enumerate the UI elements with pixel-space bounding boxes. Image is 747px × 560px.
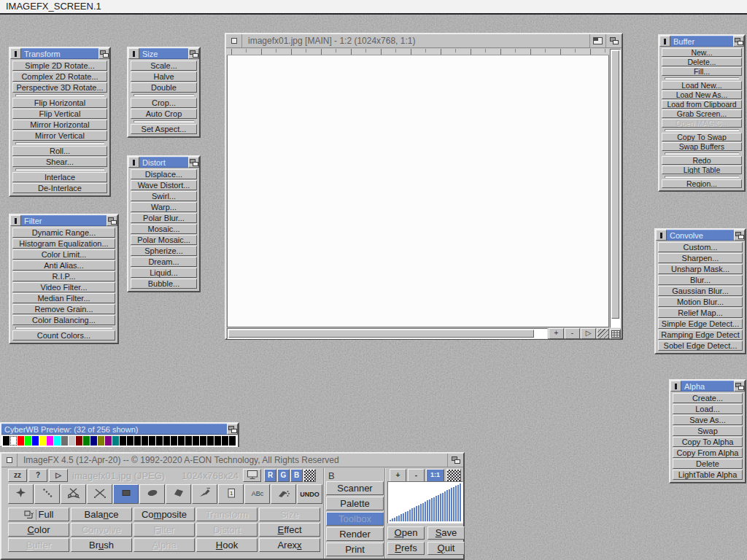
color-swatch[interactable]	[120, 436, 126, 446]
vertical-scrollbar-knob[interactable]	[611, 50, 619, 319]
box-select-tool-button[interactable]	[113, 484, 139, 504]
close-gadget[interactable]	[128, 157, 139, 168]
palette-button-load-from-clipboard[interactable]: Load from Clipboard	[662, 100, 742, 109]
color-swatch[interactable]	[83, 436, 90, 446]
palette-button-simple-edge-detect[interactable]: Simple Edge Detect...	[658, 319, 743, 329]
close-gadget[interactable]	[659, 36, 670, 47]
palette-button-sharpen[interactable]: Sharpen...	[658, 253, 743, 263]
grid-button-composite[interactable]: Composite	[133, 508, 195, 521]
color-swatch[interactable]	[18, 436, 24, 446]
palette-button-custom[interactable]: Custom...	[658, 242, 743, 252]
page-button-print[interactable]: Print	[326, 542, 384, 556]
play-button[interactable]: ▷	[49, 469, 68, 482]
airbrush-tool-button[interactable]	[271, 484, 296, 504]
palette-button-set-aspect[interactable]: Set Aspect...	[131, 124, 197, 134]
color-swatch[interactable]	[98, 436, 104, 446]
grid-button-balance[interactable]: Balance	[71, 508, 132, 521]
color-swatch[interactable]	[178, 436, 185, 446]
close-gadget[interactable]	[10, 48, 21, 59]
palette-button-spherize[interactable]: Spherize...	[131, 246, 197, 256]
grid-button-effect[interactable]: Effect	[259, 523, 320, 537]
color-swatch[interactable]	[214, 436, 221, 446]
palette-titlebar[interactable]: CyberWB Preview: (32 of 256 shown)	[1, 424, 238, 435]
palette-button-ramping-edge-detect[interactable]: Ramping Edge Detect	[658, 330, 743, 340]
color-swatch[interactable]	[61, 436, 68, 446]
palette-button-mirror-horizontal[interactable]: Mirror Horizontal	[12, 120, 107, 130]
window-titlebar[interactable]: imagefx01.jpg [MAIN] - 1:2 (1024x768, 1:…	[226, 34, 622, 48]
close-gadget[interactable]	[10, 215, 21, 226]
palette-button-wave-distort[interactable]: Wave Distort...	[131, 180, 197, 190]
palette-button-new[interactable]: New...	[662, 48, 742, 57]
depth-gadget[interactable]	[733, 36, 744, 47]
palette-button-motion-blur[interactable]: Motion Blur...	[658, 297, 743, 307]
palette-button-fill[interactable]: Fill...	[662, 67, 742, 76]
color-swatch[interactable]	[3, 436, 9, 446]
palette-button-count-colors[interactable]: Count Colors...	[12, 330, 115, 341]
palette-button-r-i-p[interactable]: R.I.P...	[12, 271, 115, 281]
palette-button-grab-screen[interactable]: Grab Screen...	[662, 109, 742, 118]
palette-button-light-table[interactable]: Light Table	[662, 166, 742, 174]
palette-button-video-filter[interactable]: Video Filter...	[12, 282, 115, 292]
color-swatch[interactable]	[10, 436, 17, 446]
palette-titlebar[interactable]: Buffer	[659, 36, 744, 47]
palette-titlebar[interactable]: Alpha	[670, 381, 745, 392]
palette-button-mosaic[interactable]: Mosaic...	[131, 224, 197, 234]
depth-gadget[interactable]	[734, 381, 745, 392]
color-swatch[interactable]	[25, 436, 31, 446]
palette-button-redo[interactable]: Redo	[662, 156, 742, 165]
zoom-gadget[interactable]	[589, 34, 605, 47]
page-button-palette[interactable]: Palette	[326, 497, 384, 510]
palette-button-swirl[interactable]: Swirl...	[131, 191, 197, 201]
palette-button-histogram-equalization[interactable]: Histogram Equalization...	[12, 238, 115, 249]
move-tool-button[interactable]	[8, 484, 34, 504]
palette-button-copy-from-alpha[interactable]: Copy From Alpha	[673, 448, 743, 458]
color-swatch[interactable]	[156, 436, 163, 446]
next-buffer-button[interactable]: ▷	[581, 328, 596, 339]
grid-button-hook[interactable]: Hook	[196, 538, 258, 552]
palette-button-load[interactable]: Load...	[673, 404, 743, 414]
palette-button-halve[interactable]: Halve	[131, 71, 197, 82]
palette-button-mirror-vertical[interactable]: Mirror Vertical	[12, 131, 107, 141]
oval-select-tool-button[interactable]	[139, 484, 165, 504]
depth-gadget[interactable]	[98, 48, 109, 59]
color-swatch[interactable]	[54, 436, 61, 446]
depth-gadget[interactable]	[107, 215, 117, 226]
close-gadget[interactable]	[226, 34, 242, 47]
screen-mode-button[interactable]	[243, 469, 261, 482]
sleep-button[interactable]: zz	[8, 469, 27, 482]
depth-gadget[interactable]	[447, 454, 463, 467]
color-swatch[interactable]	[90, 436, 97, 446]
text-tool-button[interactable]: ABc	[244, 484, 270, 504]
palette-button-color-limit[interactable]: Color Limit...	[12, 249, 115, 260]
color-swatch[interactable]	[142, 436, 148, 446]
palette-button-polar-blur[interactable]: Polar Blur...	[131, 213, 197, 223]
red-channel-button[interactable]: R	[264, 469, 276, 482]
color-swatch[interactable]	[229, 436, 236, 446]
palette-button-auto-crop[interactable]: Auto Crop	[131, 109, 197, 119]
view-zoom-in-button[interactable]: +	[390, 469, 406, 482]
color-swatch[interactable]	[149, 436, 155, 446]
palette-button-unsharp-mask[interactable]: Unsharp Mask...	[658, 264, 743, 274]
color-swatch[interactable]	[69, 436, 75, 446]
palette-button-anti-alias[interactable]: Anti Alias...	[12, 260, 115, 271]
action-button-quit[interactable]: Quit	[427, 542, 465, 555]
palette-button-median-filter[interactable]: Median Filter...	[12, 293, 115, 303]
color-swatch[interactable]	[32, 436, 39, 446]
palette-button-relief-map[interactable]: Relief Map...	[658, 308, 743, 318]
horizontal-scrollbar[interactable]	[227, 328, 548, 339]
close-gadget[interactable]	[128, 48, 139, 59]
freehand-cut-tool-button[interactable]	[61, 484, 86, 504]
zoom-out-button[interactable]: -	[565, 328, 580, 339]
color-swatch[interactable]	[207, 436, 214, 446]
palette-button-gaussian-blur[interactable]: Gaussian Blur...	[658, 286, 743, 296]
freehand-draw-tool-button[interactable]	[34, 484, 60, 504]
dither-preview-button[interactable]	[446, 469, 461, 482]
color-swatch[interactable]	[127, 436, 133, 446]
color-swatch[interactable]	[76, 436, 82, 446]
color-swatch[interactable]	[185, 436, 192, 446]
palette-button-dynamic-range[interactable]: Dynamic Range...	[12, 228, 115, 238]
resize-grip[interactable]	[597, 328, 609, 339]
palette-button-bubble[interactable]: Bubble...	[131, 279, 197, 289]
palette-titlebar[interactable]: Filter	[10, 215, 117, 226]
palette-titlebar[interactable]: Convolve	[656, 230, 745, 241]
